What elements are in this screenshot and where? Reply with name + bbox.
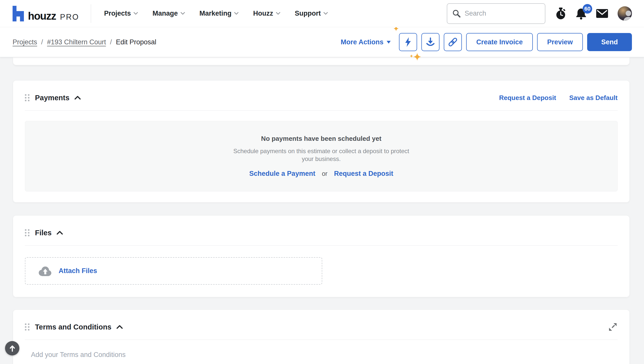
terms-placeholder-text: Add your Terms and Conditions (31, 351, 126, 358)
menu-support[interactable]: Support (295, 10, 328, 17)
more-actions-label: More Actions (341, 38, 383, 46)
section-divider (25, 340, 618, 340)
attach-files-link[interactable]: Attach Files (59, 267, 97, 275)
search-input[interactable] (465, 10, 540, 17)
link-icon (448, 37, 458, 47)
menu-label: Houzz (253, 10, 273, 17)
breadcrumb-project-link[interactable]: #193 Chiltern Court (47, 38, 106, 46)
download-button[interactable] (421, 33, 439, 51)
payments-title: Payments (35, 94, 69, 102)
search-box (447, 3, 545, 24)
terms-editor[interactable]: Add your Terms and Conditions (25, 351, 618, 359)
copy-link-button[interactable] (444, 33, 462, 51)
page-title: Edit Proposal (116, 38, 156, 46)
lightning-icon (404, 37, 412, 47)
menu-houzz[interactable]: Houzz (253, 10, 280, 17)
payments-empty-state: No payments have been scheduled yet Sche… (25, 121, 618, 191)
menu-label: Marketing (199, 10, 232, 17)
logo-pro-suffix: PRO (60, 13, 79, 21)
notifications-bell-icon[interactable]: 60 (576, 8, 587, 20)
messages-icon[interactable] (596, 9, 608, 18)
terms-section-card: Terms and Conditions Add your Terms and … (13, 310, 629, 364)
chevron-up-icon[interactable] (74, 96, 81, 100)
previous-section-card-edge (13, 57, 629, 65)
main-menu: Projects Manage Marketing Houzz Support (104, 10, 328, 17)
schedule-payment-link[interactable]: Schedule a Payment (249, 170, 315, 178)
logo-wordmark: houzz (28, 11, 56, 21)
files-title: Files (35, 229, 52, 237)
request-deposit-link[interactable]: Request a Deposit (499, 94, 556, 102)
menu-label: Projects (104, 10, 131, 17)
menu-marketing[interactable]: Marketing (199, 10, 239, 17)
expand-icon[interactable] (608, 322, 618, 332)
nav-icon-group: 60 (555, 6, 632, 21)
payments-header-actions: Request a Deposit Save as Default (499, 94, 618, 102)
empty-state-title: No payments have been scheduled yet (261, 135, 381, 143)
section-divider (25, 245, 618, 246)
breadcrumb-projects-link[interactable]: Projects (13, 38, 37, 46)
request-deposit-link[interactable]: Request a Deposit (334, 170, 393, 178)
terms-header: Terms and Conditions (25, 310, 618, 334)
download-icon (426, 37, 435, 47)
breadcrumb-separator: / (110, 38, 112, 46)
files-section-card: Files Attach Files (13, 216, 629, 297)
section-divider (25, 110, 618, 111)
quick-actions-lightning-button[interactable] (399, 33, 417, 51)
arrow-up-icon (9, 345, 15, 352)
notification-count-badge: 60 (583, 4, 592, 14)
proposal-toolbar: More Actions (341, 33, 632, 51)
files-header: Files (25, 216, 618, 239)
chevron-up-icon[interactable] (116, 325, 123, 329)
top-nav: houzz PRO Projects Manage Marketing Houz… (0, 0, 644, 27)
search-icon (452, 9, 461, 18)
send-button[interactable]: Send (587, 33, 632, 51)
menu-label: Manage (152, 10, 178, 17)
breadcrumb-separator: / (41, 38, 43, 46)
user-avatar[interactable] (618, 6, 632, 21)
terms-title: Terms and Conditions (35, 323, 111, 331)
payments-header: Payments Request a Deposit Save as Defau… (25, 81, 618, 104)
houzz-h-icon (13, 6, 24, 21)
attach-files-dropzone[interactable]: Attach Files (25, 257, 322, 285)
save-as-default-link[interactable]: Save as Default (569, 94, 618, 102)
menu-label: Support (295, 10, 321, 17)
chevron-down-icon (276, 12, 280, 15)
chevron-down-icon (234, 12, 238, 15)
chevron-down-icon (324, 12, 328, 15)
more-actions-dropdown[interactable]: More Actions (341, 38, 391, 46)
preview-button[interactable]: Preview (537, 33, 583, 51)
create-invoice-button[interactable]: Create Invoice (466, 33, 533, 51)
drag-handle-icon[interactable] (25, 229, 29, 236)
empty-state-description: Schedule payments on this estimate or co… (233, 147, 409, 163)
upload-cloud-icon (37, 266, 52, 277)
houzz-pro-logo[interactable]: houzz PRO (13, 6, 79, 21)
empty-state-links: Schedule a Payment or Request a Deposit (249, 170, 393, 178)
or-text: or (322, 170, 327, 177)
breadcrumb: Projects / #193 Chiltern Court / Edit Pr… (13, 38, 156, 46)
drag-handle-icon[interactable] (25, 323, 29, 330)
drag-handle-icon[interactable] (25, 94, 29, 101)
sparkle-icon (410, 54, 413, 59)
chevron-down-icon (181, 12, 185, 15)
chevron-up-icon[interactable] (57, 231, 63, 235)
sparkle-icon (413, 53, 421, 62)
breadcrumb-action-bar: Projects / #193 Chiltern Court / Edit Pr… (0, 27, 644, 57)
nav-divider (91, 4, 91, 23)
chevron-down-icon (134, 12, 138, 15)
menu-manage[interactable]: Manage (152, 10, 185, 17)
payments-section-card: Payments Request a Deposit Save as Defau… (13, 81, 629, 202)
triangle-down-icon (387, 41, 391, 44)
timer-icon[interactable] (555, 8, 566, 20)
scroll-to-top-button[interactable] (5, 341, 19, 355)
menu-projects[interactable]: Projects (104, 10, 138, 17)
